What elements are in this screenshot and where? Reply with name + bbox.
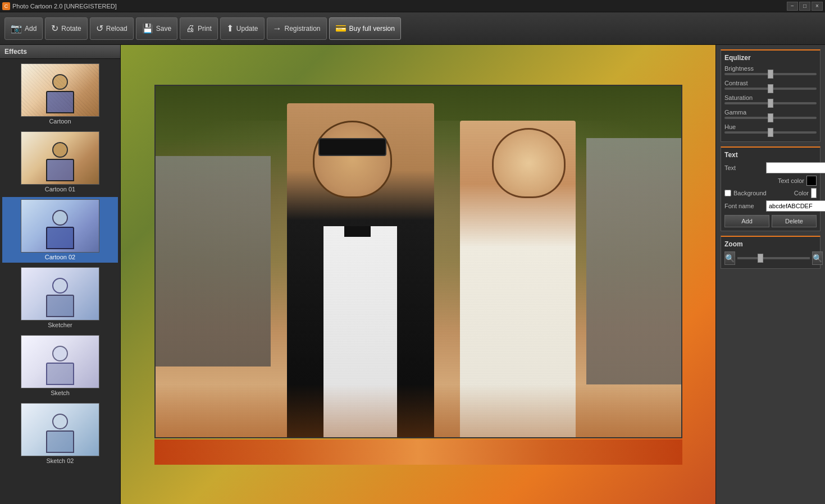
text-color-label: Text color <box>724 177 804 184</box>
text-section: Text Text Text color Background Color Fo… <box>721 146 821 231</box>
effect-thumbnail-cartoon01 <box>21 131 99 185</box>
cartoon-thumb-art <box>21 64 99 116</box>
rotate-icon: ↻ <box>51 23 58 34</box>
effect-thumbnail-sketch02 <box>21 403 99 456</box>
print-icon: 🖨 <box>186 24 195 34</box>
titlebar-left: C Photo Cartoon 2.0 [UNREGISTERED] <box>2 2 117 10</box>
zoom-out-icon: 🔍 <box>725 254 735 263</box>
background-checkbox[interactable] <box>724 190 731 196</box>
text-delete-button[interactable]: Delete <box>772 215 817 227</box>
text-action-buttons: Add Delete <box>724 215 817 227</box>
brightness-row: Brightness <box>724 65 817 75</box>
zoom-out-button[interactable]: 🔍 <box>724 251 735 265</box>
buy-label: Buy full version <box>349 25 395 33</box>
titlebar-controls: − □ × <box>787 2 823 11</box>
gamma-row: Gamma <box>724 109 817 119</box>
right-panel: Equlizer Brightness Contrast Saturation … <box>715 45 825 504</box>
sketch02-thumb-art <box>21 404 99 456</box>
buy-icon: 💳 <box>335 23 347 34</box>
rotate-label: Rotate <box>61 25 81 33</box>
save-button[interactable]: 💾 Save <box>136 17 177 40</box>
update-icon: ⬆ <box>226 23 234 34</box>
effect-thumbnail-sketcher <box>21 267 99 320</box>
canvas-area <box>121 45 715 504</box>
brightness-slider[interactable] <box>724 73 817 75</box>
effects-sidebar: Effects Cartoon <box>0 45 121 504</box>
cartoon02-thumb-art <box>21 200 99 252</box>
font-name-label: Font name <box>724 203 764 209</box>
text-color-box[interactable] <box>806 176 817 186</box>
font-name-input[interactable] <box>766 200 825 212</box>
titlebar: C Photo Cartoon 2.0 [UNREGISTERED] − □ × <box>0 0 825 12</box>
app-icon: C <box>2 2 10 10</box>
bottom-strip <box>154 439 682 465</box>
app-title: Photo Cartoon 2.0 [UNREGISTERED] <box>12 3 117 10</box>
registration-icon: → <box>273 24 282 34</box>
saturation-slider[interactable] <box>724 102 817 104</box>
effect-label-cartoon: Cartoon <box>49 118 71 125</box>
equalizer-section: Equlizer Brightness Contrast Saturation … <box>721 49 821 142</box>
font-name-row: Font name <box>724 200 817 212</box>
buy-full-version-button[interactable]: 💳 Buy full version <box>329 17 401 40</box>
update-label: Update <box>236 25 258 33</box>
zoom-title: Zoom <box>724 240 817 248</box>
effect-item-sketch[interactable]: Sketch <box>2 333 118 398</box>
effect-item-cartoon01[interactable]: Cartoon 01 <box>2 129 118 195</box>
hue-row: Hue <box>724 123 817 134</box>
add-button[interactable]: 📷 Add <box>4 17 43 40</box>
effects-list[interactable]: Cartoon Cartoon 01 <box>0 59 120 504</box>
text-color-row: Text color <box>724 176 817 186</box>
hue-slider[interactable] <box>724 131 817 134</box>
image-container <box>154 85 682 438</box>
effect-label-sketch: Sketch <box>51 390 70 396</box>
contrast-row: Contrast <box>724 80 817 90</box>
main-area: Effects Cartoon <box>0 45 825 504</box>
print-button[interactable]: 🖨 Print <box>180 17 218 40</box>
effect-label-cartoon02: Cartoon 02 <box>45 254 75 260</box>
save-label: Save <box>156 25 171 33</box>
text-add-button[interactable]: Add <box>724 215 769 227</box>
text-title: Text <box>724 151 817 159</box>
print-label: Print <box>198 25 212 33</box>
effects-header: Effects <box>0 45 120 59</box>
effect-thumbnail-sketch <box>21 335 99 388</box>
toolbar: 📷 Add ↻ Rotate ↺ Reload 💾 Save 🖨 Print ⬆… <box>0 12 825 45</box>
color-label: Color <box>769 190 809 196</box>
close-button[interactable]: × <box>812 2 823 11</box>
background-color-box[interactable] <box>811 188 817 198</box>
update-button[interactable]: ⬆ Update <box>220 17 265 40</box>
effect-item-sketch02[interactable]: Sketch 02 <box>2 401 118 466</box>
add-label: Add <box>25 25 37 33</box>
text-field-label: Text <box>724 164 764 171</box>
saturation-row: Saturation <box>724 94 817 104</box>
sketcher-thumb-art <box>21 268 99 320</box>
zoom-in-icon: 🔍 <box>813 254 822 263</box>
reload-button[interactable]: ↺ Reload <box>90 17 134 40</box>
zoom-slider[interactable] <box>737 257 810 259</box>
background-row: Background Color <box>724 188 817 198</box>
rotate-button[interactable]: ↻ Rotate <box>45 17 87 40</box>
registration-label: Registration <box>285 25 321 33</box>
effect-item-sketcher[interactable]: Sketcher <box>2 265 118 331</box>
minimize-button[interactable]: − <box>787 2 798 11</box>
effect-label-cartoon01: Cartoon 01 <box>45 186 75 193</box>
reload-icon: ↺ <box>96 23 103 34</box>
text-field[interactable] <box>766 162 825 173</box>
gamma-slider[interactable] <box>724 117 817 119</box>
reload-label: Reload <box>106 25 127 33</box>
sketch-thumb-art <box>21 336 99 388</box>
effect-thumbnail-cartoon <box>21 63 99 117</box>
zoom-row: 🔍 🔍 <box>724 251 817 265</box>
effect-thumbnail-cartoon02 <box>21 199 99 253</box>
contrast-slider[interactable] <box>724 88 817 90</box>
effect-item-cartoon02[interactable]: Cartoon 02 <box>2 197 118 263</box>
registration-button[interactable]: → Registration <box>267 17 327 40</box>
add-icon: 📷 <box>11 23 22 34</box>
maximize-button[interactable]: □ <box>799 2 810 11</box>
background-label: Background <box>733 190 767 196</box>
effect-label-sketch02: Sketch 02 <box>47 457 74 464</box>
zoom-section: Zoom 🔍 🔍 <box>721 236 821 269</box>
save-icon: 💾 <box>142 23 153 34</box>
zoom-in-button[interactable]: 🔍 <box>812 251 823 265</box>
effect-item-cartoon[interactable]: Cartoon <box>2 61 118 127</box>
